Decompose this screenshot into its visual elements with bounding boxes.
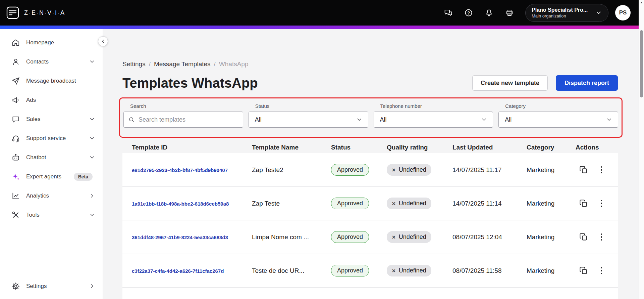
table-header: Template ID Template Name Status Quality… bbox=[122, 142, 618, 153]
scrollbar-thumb[interactable] bbox=[640, 30, 643, 97]
organization-subtitle: Main organization bbox=[532, 13, 588, 19]
sidebar-item-label: Chatbot bbox=[26, 154, 46, 161]
sidebar-item-sales[interactable]: Sales bbox=[0, 110, 103, 129]
status-field: Status All bbox=[249, 103, 368, 128]
analytics-chart-icon bbox=[11, 191, 20, 200]
create-new-template-button[interactable]: Create new template bbox=[472, 75, 548, 91]
category-value: Marketing bbox=[527, 267, 576, 274]
sidebar-item-label: Expert agents bbox=[26, 173, 61, 180]
templates-table: e81d2795-2923-4b2b-bf87-4bf5d9b90407 Zap… bbox=[122, 153, 618, 299]
copy-icon bbox=[579, 199, 588, 208]
notifications-button[interactable] bbox=[484, 8, 494, 17]
sidebar-item-contacts[interactable]: Contacts bbox=[0, 52, 103, 71]
template-id-link[interactable]: 361ddf48-2967-41b9-8224-5ea33ca683d3 bbox=[132, 234, 228, 240]
telephone-number-label: Telephone number bbox=[374, 103, 493, 109]
robot-icon bbox=[11, 153, 20, 162]
table-row: e81d2795-2923-4b2b-bf87-4bf5d9b90407 Zap… bbox=[122, 153, 618, 187]
chevron-down-icon bbox=[606, 116, 612, 123]
chevron-down-icon bbox=[89, 212, 95, 218]
quality-rating-text: Undefined bbox=[399, 200, 426, 207]
last-updated: 14/07/2025 11:17 bbox=[452, 166, 527, 174]
zenvia-logo[interactable]: Z·E·N·V·I·A bbox=[6, 6, 65, 19]
row-menu-button[interactable] bbox=[598, 266, 605, 275]
row-menu-button[interactable] bbox=[598, 199, 605, 208]
user-avatar[interactable]: PS bbox=[615, 5, 631, 20]
beta-badge: Beta bbox=[74, 173, 93, 181]
breadcrumb-whatsapp: WhatsApp bbox=[219, 60, 249, 68]
sidebar-collapse-button[interactable] bbox=[98, 36, 108, 46]
last-updated: 08/07/2025 11:58 bbox=[452, 267, 527, 274]
quality-rating-badge: ✕Undefined bbox=[387, 231, 431, 243]
sidebar-item-homepage[interactable]: Homepage bbox=[0, 33, 103, 52]
quality-rating-text: Undefined bbox=[399, 166, 426, 173]
category-value: Marketing bbox=[527, 166, 576, 174]
template-id-link[interactable]: 1a91e1bb-f18b-498a-bbe2-618d6ceb59a8 bbox=[132, 201, 229, 207]
status-select-value: All bbox=[255, 116, 262, 123]
sidebar-item-label: Settings bbox=[26, 283, 47, 290]
sidebar-item-label: Support service bbox=[26, 135, 66, 142]
svg-text:?: ? bbox=[467, 10, 470, 15]
sidebar-item-chatbot[interactable]: Chatbot bbox=[0, 148, 103, 167]
breadcrumb-message-templates[interactable]: Message Templates bbox=[154, 60, 211, 68]
help-button[interactable]: ? bbox=[464, 8, 473, 17]
page-title: Templates WhatsApp bbox=[122, 75, 258, 91]
sidebar-item-message-broadcast[interactable]: Message broadcast bbox=[0, 71, 103, 90]
conversations-icon bbox=[444, 8, 452, 17]
row-menu-button[interactable] bbox=[598, 166, 605, 174]
chevron-down-icon bbox=[356, 116, 363, 123]
sidebar-item-label: Message broadcast bbox=[26, 78, 76, 84]
scrollbar[interactable]: ▲ bbox=[639, 0, 644, 299]
brand-wordmark: Z·E·N·V·I·A bbox=[24, 9, 65, 16]
search-label: Search bbox=[123, 103, 243, 109]
sidebar-item-support-service[interactable]: Support service bbox=[0, 129, 103, 148]
template-id-link[interactable]: e81d2795-2923-4b2b-bf87-4bf5d9b90407 bbox=[132, 167, 228, 173]
sidebar-item-expert-agents[interactable]: Expert agents Beta bbox=[0, 167, 103, 186]
organization-name: Plano Specialist Pro... bbox=[532, 7, 588, 13]
sidebar-item-ads[interactable]: Ads bbox=[0, 90, 103, 110]
status-select[interactable]: All bbox=[249, 112, 368, 128]
organization-selector[interactable]: Plano Specialist Pro... Main organizatio… bbox=[525, 4, 608, 22]
scroll-up-arrow[interactable]: ▲ bbox=[639, 1, 644, 4]
sidebar-item-tools[interactable]: Tools bbox=[0, 205, 103, 224]
conversations-button[interactable] bbox=[443, 8, 453, 17]
telephone-select-value: All bbox=[380, 116, 387, 123]
x-icon: ✕ bbox=[392, 234, 396, 240]
table-row: c3f22a37-c4fa-4d42-a626-7f11cfac267d Tes… bbox=[122, 254, 618, 288]
sidebar-item-analytics[interactable]: Analytics bbox=[0, 186, 103, 205]
chat-bubble-icon bbox=[11, 115, 20, 124]
help-icon: ? bbox=[464, 8, 473, 17]
gear-icon bbox=[11, 282, 20, 291]
template-id-link[interactable]: c3f22a37-c4fa-4d42-a626-7f11cfac267d bbox=[132, 268, 224, 274]
zenvia-logo-icon bbox=[6, 6, 19, 19]
chevron-down-icon bbox=[595, 9, 602, 16]
dispatch-report-button[interactable]: Dispatch report bbox=[556, 75, 618, 91]
avatar-initials: PS bbox=[619, 9, 627, 16]
row-menu-button[interactable] bbox=[598, 233, 605, 242]
sidebar-item-label: Sales bbox=[26, 116, 41, 123]
megaphone-icon bbox=[11, 96, 20, 104]
breadcrumb-separator: / bbox=[214, 60, 216, 68]
status-badge: Approved bbox=[331, 231, 369, 243]
sidebar-item-settings[interactable]: Settings bbox=[0, 276, 103, 296]
quality-rating-badge: ✕Undefined bbox=[387, 198, 431, 209]
copy-template-button[interactable] bbox=[579, 266, 588, 275]
status-badge: Approved bbox=[331, 265, 369, 276]
chevron-down-icon bbox=[481, 116, 487, 123]
person-icon bbox=[11, 57, 20, 66]
category-field: Category All bbox=[498, 103, 618, 128]
search-input[interactable] bbox=[123, 112, 243, 128]
x-icon: ✕ bbox=[392, 268, 396, 273]
print-button[interactable] bbox=[505, 8, 514, 17]
copy-template-button[interactable] bbox=[579, 165, 588, 174]
breadcrumb-settings[interactable]: Settings bbox=[122, 60, 146, 68]
copy-template-button[interactable] bbox=[579, 232, 588, 242]
column-header-quality-rating: Quality rating bbox=[387, 144, 452, 151]
copy-template-button[interactable] bbox=[579, 199, 588, 208]
category-select[interactable]: All bbox=[498, 112, 618, 128]
status-badge: Approved bbox=[331, 198, 369, 209]
column-header-status: Status bbox=[331, 144, 387, 151]
telephone-number-select[interactable]: All bbox=[374, 112, 493, 128]
search-field: Search bbox=[123, 103, 243, 128]
breadcrumb: Settings / Message Templates / WhatsApp bbox=[122, 60, 618, 68]
copy-icon bbox=[579, 232, 588, 242]
